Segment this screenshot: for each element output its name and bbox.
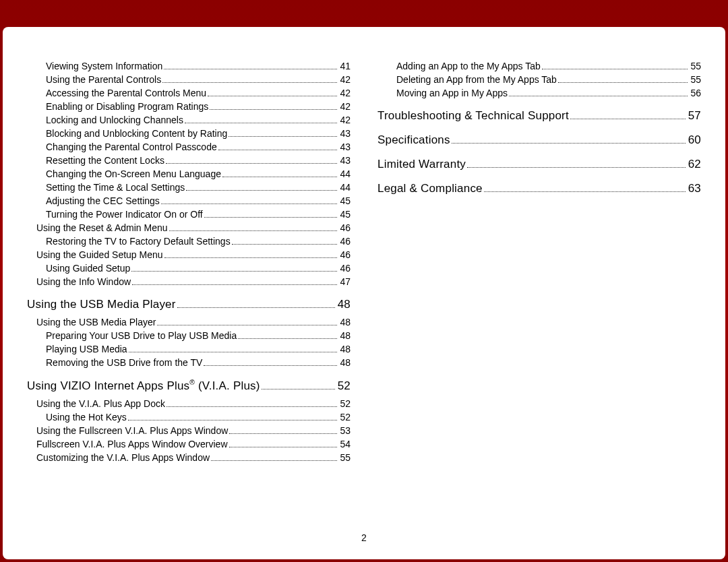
- toc-page-number: 48: [340, 357, 351, 368]
- toc-page-number: 44: [340, 168, 351, 179]
- toc-leader-dots: [452, 143, 686, 144]
- toc-leader-dots: [185, 123, 338, 123]
- toc-entry: Preparing Your USB Drive to Play USB Med…: [27, 330, 351, 341]
- toc-leader-dots: [570, 119, 686, 119]
- toc-entry: Viewing System Information41: [27, 61, 351, 71]
- toc-leader-dots: [131, 271, 337, 272]
- toc-page-number: 46: [340, 249, 351, 260]
- toc-leader-dots: [164, 257, 338, 258]
- toc-page-number: 56: [690, 88, 701, 98]
- toc-title: Customizing the V.I.A. Plus Apps Window: [36, 452, 210, 463]
- toc-leader-dots: [186, 190, 337, 191]
- toc-page-number: 54: [340, 439, 351, 449]
- toc-leader-dots: [262, 389, 335, 389]
- toc-title: Using the Hot Keys: [46, 412, 127, 423]
- toc-page-number: 45: [340, 209, 351, 220]
- toc-page-number: 55: [340, 452, 351, 463]
- toc-title: Deleting an App from the My Apps Tab: [396, 74, 557, 85]
- toc-entry: Restoring the TV to Factory Default Sett…: [27, 236, 351, 247]
- toc-leader-dots: [162, 82, 337, 83]
- document-page: Viewing System Information41Using the Pa…: [3, 27, 725, 559]
- toc-title: Changing the On-Screen Menu Language: [46, 168, 221, 179]
- toc-leader-dots: [229, 433, 337, 434]
- toc-column-left: Viewing System Information41Using the Pa…: [27, 61, 351, 526]
- toc-leader-dots: [132, 284, 337, 285]
- toc-entry: Using the Parental Controls42: [27, 74, 351, 85]
- toc-leader-dots: [166, 163, 338, 164]
- toc-page-number: 48: [340, 344, 351, 354]
- toc-page-number: 46: [340, 263, 351, 274]
- toc-page-number: 42: [340, 88, 351, 98]
- toc-title: Adding an App to the My Apps Tab: [396, 61, 541, 71]
- toc-page-number: 44: [340, 182, 351, 193]
- toc-title: Using the Info Window: [36, 276, 131, 287]
- toc-leader-dots: [177, 307, 335, 308]
- toc-page-number: 48: [340, 317, 351, 327]
- toc-title: Setting the Time & Local Settings: [46, 182, 185, 193]
- toc-entry: Using the USB Media Player48: [27, 317, 351, 327]
- toc-entry: Using the Fullscreen V.I.A. Plus Apps Wi…: [27, 425, 351, 436]
- toc-columns: Viewing System Information41Using the Pa…: [27, 61, 701, 526]
- toc-column-right: Adding an App to the My Apps Tab55Deleti…: [377, 61, 701, 526]
- toc-page-number: 46: [340, 222, 351, 233]
- toc-title: Adjusting the CEC Settings: [46, 195, 160, 206]
- toc-page-number: 42: [340, 74, 351, 85]
- toc-page-number: 45: [340, 195, 351, 206]
- toc-entry: Using Guided Setup46: [27, 263, 351, 274]
- toc-leader-dots: [558, 82, 688, 83]
- toc-title: Using the Reset & Admin Menu: [36, 222, 168, 233]
- toc-leader-dots: [229, 136, 337, 137]
- toc-page-number: 43: [340, 128, 351, 139]
- toc-entry: Changing the On-Screen Menu Language44: [27, 168, 351, 179]
- toc-leader-dots: [164, 69, 337, 69]
- toc-leader-dots: [157, 325, 337, 325]
- toc-page-number: 60: [688, 133, 701, 147]
- toc-entry: Using the V.I.A. Plus App Dock52: [27, 398, 351, 409]
- toc-entry: Using the Guided Setup Menu46: [27, 249, 351, 260]
- toc-page-number: 62: [688, 158, 701, 171]
- toc-page-number: 52: [340, 412, 351, 423]
- toc-leader-dots: [210, 109, 337, 110]
- toc-leader-dots: [509, 96, 688, 96]
- toc-leader-dots: [467, 167, 686, 168]
- toc-leader-dots: [128, 420, 338, 420]
- toc-entry: Resetting the Content Locks43: [27, 155, 351, 166]
- toc-title: Preparing Your USB Drive to Play USB Med…: [46, 330, 237, 341]
- toc-entry: Blocking and Unblocking Content by Ratin…: [27, 128, 351, 139]
- toc-page-number: 52: [338, 379, 351, 393]
- toc-title: Enabling or Disabling Program Ratings: [46, 101, 208, 112]
- toc-title: Using the USB Media Player: [27, 298, 176, 311]
- toc-title: Accessing the Parental Controls Menu: [46, 88, 206, 98]
- toc-page-number: 55: [690, 74, 701, 85]
- toc-title: Legal & Compliance: [377, 182, 483, 195]
- toc-entry: Customizing the V.I.A. Plus Apps Window5…: [27, 452, 351, 463]
- toc-entry: Locking and Unlocking Channels42: [27, 115, 351, 125]
- toc-section: Using VIZIO Internet Apps Plus® (V.I.A. …: [27, 379, 351, 393]
- toc-page-number: 42: [340, 115, 351, 125]
- toc-entry: Adding an App to the My Apps Tab55: [377, 61, 701, 71]
- toc-entry: Accessing the Parental Controls Menu42: [27, 88, 351, 98]
- toc-page-number: 41: [340, 61, 351, 71]
- toc-page-number: 46: [340, 236, 351, 247]
- toc-page-number: 48: [338, 298, 351, 311]
- toc-page-number: 55: [690, 61, 701, 71]
- toc-title: Blocking and Unblocking Content by Ratin…: [46, 128, 227, 139]
- toc-title: Removing the USB Drive from the TV: [46, 357, 202, 368]
- toc-entry: Setting the Time & Local Settings44: [27, 182, 351, 193]
- toc-leader-dots: [204, 217, 338, 218]
- toc-entry: Playing USB Media48: [27, 344, 351, 354]
- toc-title: Using the Fullscreen V.I.A. Plus Apps Wi…: [36, 425, 228, 436]
- toc-leader-dots: [238, 338, 337, 339]
- toc-page-number: 48: [340, 330, 351, 341]
- toc-title: Using VIZIO Internet Apps Plus® (V.I.A. …: [27, 379, 260, 393]
- toc-section: Troubleshooting & Technical Support57: [377, 109, 701, 123]
- toc-title: Limited Warranty: [377, 158, 466, 171]
- toc-leader-dots: [222, 177, 337, 177]
- toc-page-number: 63: [688, 182, 701, 195]
- toc-title: Specifications: [377, 133, 450, 147]
- toc-title: Changing the Parental Control Passcode: [46, 142, 217, 152]
- toc-leader-dots: [542, 69, 688, 69]
- toc-entry: Turning the Power Indicator On or Off45: [27, 209, 351, 220]
- toc-title: Resetting the Content Locks: [46, 155, 164, 166]
- toc-entry: Changing the Parental Control Passcode43: [27, 142, 351, 152]
